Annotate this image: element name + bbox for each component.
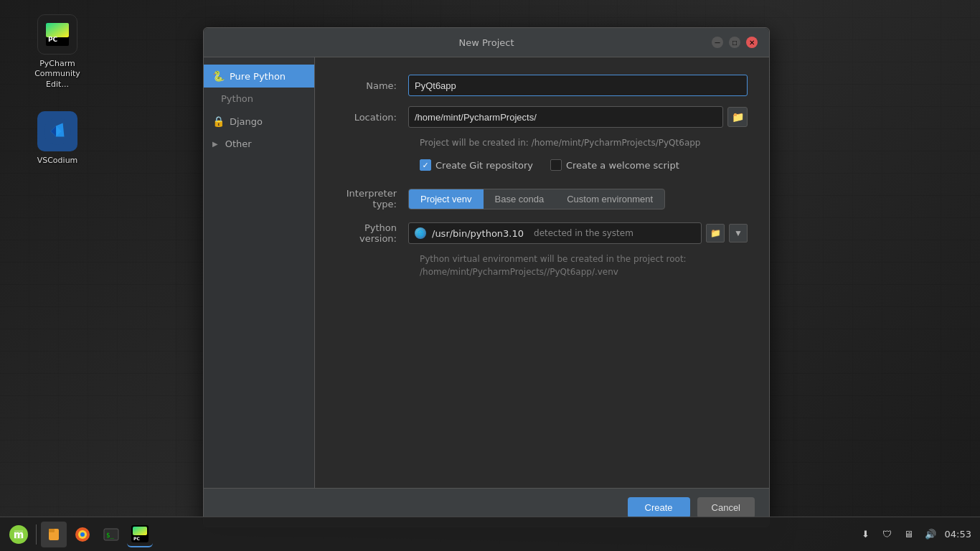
taskbar-right: ⬇ 🛡 🖥 🔊 04:53 [850,527,980,542]
create-git-label: Create Git repository [435,160,533,171]
python-version-row: Python version: 🌐 /usr/bin/python3.10 de… [336,222,748,244]
dialog-controls: ─ □ ✕ [712,37,758,48]
taskbar-time: 04:53 [945,529,971,540]
close-button[interactable]: ✕ [746,37,758,48]
interpreter-row: Interpreter type: Project venv Base cond… [336,188,748,209]
interpreter-tab-group: Project venv Base conda Custom environme… [408,189,665,209]
sidebar-item-python[interactable]: Python [204,88,314,110]
taskbar-terminal-button[interactable]: $_ [98,522,124,547]
tab-base-conda[interactable]: Base conda [484,189,556,209]
python-icon: 🐍 [212,70,224,82]
sidebar: 🐍 Pure Python Python 🔒 Django ▶ Other [204,57,315,488]
svg-text:$_: $_ [106,532,114,539]
create-git-checkbox[interactable]: Create Git repository [420,159,533,171]
tab-custom-env[interactable]: Custom environment [555,189,664,209]
name-label: Name: [336,80,408,91]
dialog-title: New Project [459,37,514,48]
sidebar-item-pure-python[interactable]: 🐍 Pure Python [204,65,314,88]
taskbar-firefox-button[interactable] [70,522,95,547]
svg-rect-8 [49,529,55,532]
desktop: PC PyCharm Community Edit... VSCodium [0,0,980,551]
cancel-button[interactable]: Cancel [697,497,755,518]
welcome-checkbox-box [550,159,562,171]
python-folder-button[interactable]: 📁 [706,224,725,242]
desktop-icons: PC PyCharm Community Edit... VSCodium [29,14,86,166]
expand-icon: ▶ [212,140,218,148]
taskbar: m [0,517,980,551]
dialog-body: 🐍 Pure Python Python 🔒 Django ▶ Other [204,57,769,488]
create-welcome-label: Create a welcome script [566,160,679,171]
pycharm-desktop-icon[interactable]: PC PyCharm Community Edit... [29,14,86,90]
pycharm-icon: PC [37,14,77,55]
taskbar-shield-icon[interactable]: 🛡 [880,527,895,542]
taskbar-files-button[interactable] [41,522,67,547]
sidebar-item-other[interactable]: ▶ Other [204,133,314,155]
checkboxes-row: Create Git repository Create a welcome s… [420,159,748,171]
interpreter-label: Interpreter type: [336,188,408,209]
location-input[interactable] [408,106,723,128]
taskbar-network-icon[interactable]: 🖥 [902,527,916,542]
project-path-info: Project will be created in: /home/mint/P… [420,138,748,148]
pycharm-icon-label: PyCharm Community Edit... [29,59,86,90]
tab-project-venv[interactable]: Project venv [409,189,484,209]
vscodium-icon-label: VSCodium [37,156,78,166]
python-dropdown-button[interactable]: ▼ [729,224,748,242]
taskbar-left: m [0,522,159,547]
taskbar-separator-1 [36,524,37,545]
taskbar-volume-icon[interactable]: 🔊 [923,527,938,542]
taskbar-download-icon[interactable]: ⬇ [859,527,873,542]
sidebar-item-django[interactable]: 🔒 Django [204,110,314,133]
dialog-titlebar: New Project ─ □ ✕ [204,28,769,57]
python-detected-text: detected in the system [534,228,633,238]
venv-info: Python virtual environment will be creat… [420,253,748,278]
svg-rect-2 [46,23,69,37]
svg-point-11 [80,532,85,537]
name-row: Name: [336,75,748,96]
vscodium-desktop-icon[interactable]: VSCodium [29,111,86,166]
git-checkbox-box [420,159,431,171]
create-welcome-checkbox[interactable]: Create a welcome script [550,159,679,171]
location-row: Location: 📁 [336,106,748,128]
maximize-button[interactable]: □ [729,37,740,48]
create-button[interactable]: Create [628,497,690,518]
vscodium-icon [37,111,77,151]
svg-text:PC: PC [133,536,140,541]
name-input[interactable] [408,75,748,96]
svg-rect-15 [133,527,147,535]
location-folder-button[interactable]: 📁 [727,107,748,127]
minimize-button[interactable]: ─ [712,37,723,48]
python-version-value: /usr/bin/python3.10 [432,228,524,239]
new-project-dialog: New Project ─ □ ✕ 🐍 Pure Python Python 🔒 [203,27,770,527]
django-icon: 🔒 [212,116,224,127]
svg-text:m: m [14,529,24,540]
python-version-label: Python version: [336,222,408,244]
main-content: Name: Location: 📁 Project will be create… [315,57,769,488]
taskbar-pycharm-button[interactable]: PC [127,522,153,547]
python-globe-icon: 🌐 [415,227,426,239]
taskbar-mint-button[interactable]: m [6,522,32,547]
python-version-select[interactable]: 🌐 /usr/bin/python3.10 detected in the sy… [408,222,702,244]
svg-text:PC: PC [48,36,58,43]
location-label: Location: [336,112,408,123]
